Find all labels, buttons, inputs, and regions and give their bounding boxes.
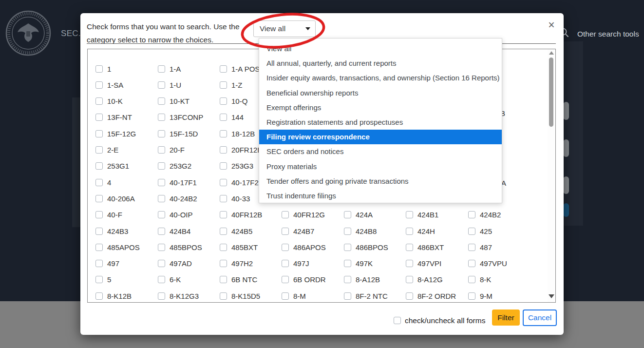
form-checkbox-20FR12B[interactable]: 20FR12B — [220, 146, 262, 154]
form-checkbox-15F-12G[interactable]: 15F-12G — [95, 130, 136, 137]
form-label: 6B NTC — [231, 275, 257, 284]
form-checkbox-8-K12B[interactable]: 8-K12B — [95, 292, 132, 300]
cancel-button[interactable]: Cancel — [523, 309, 557, 326]
category-option-2[interactable]: All annual, quarterly, and current repor… — [259, 56, 502, 71]
form-checkbox-1-A POS[interactable]: 1-A POS — [220, 65, 260, 73]
form-checkbox-40-33[interactable]: 40-33 — [220, 194, 250, 202]
form-checkbox-8-A12B[interactable]: 8-A12B — [344, 276, 380, 284]
form-checkbox-40FR12G[interactable]: 40FR12G — [282, 211, 325, 219]
form-checkbox-485BXT[interactable]: 485BXT — [220, 243, 258, 251]
form-checkbox-1-SA[interactable]: 1-SA — [95, 81, 123, 89]
form-checkbox-485APOS[interactable]: 485APOS — [95, 243, 140, 251]
category-option-4[interactable]: Beneficial ownership reports — [259, 86, 502, 100]
form-label: 487 — [480, 243, 492, 251]
form-checkbox-40-206A[interactable]: 40-206A — [95, 194, 135, 202]
category-option-1[interactable]: View all — [259, 41, 502, 56]
forms-scrollbar[interactable] — [548, 49, 555, 302]
form-checkbox-497AD[interactable]: 497AD — [158, 260, 192, 268]
checkbox-icon — [282, 276, 289, 283]
form-checkbox-424B2[interactable]: 424B2 — [468, 211, 501, 219]
form-checkbox-486APOS[interactable]: 486APOS — [282, 243, 326, 251]
form-checkbox-13FCONP[interactable]: 13FCONP — [158, 114, 203, 121]
form-checkbox-424B8[interactable]: 424B8 — [344, 227, 377, 235]
form-checkbox-424H[interactable]: 424H — [406, 227, 435, 235]
form-checkbox-13F-NT[interactable]: 13F-NT — [95, 114, 132, 121]
scroll-up-button[interactable] — [549, 51, 554, 55]
form-checkbox-425[interactable]: 425 — [468, 227, 492, 235]
other-search-tools-link[interactable]: Other search tools — [577, 30, 639, 39]
form-label: 9-M — [480, 292, 492, 300]
form-checkbox-8-K[interactable]: 8-K — [468, 276, 491, 284]
form-checkbox-1-Z[interactable]: 1-Z — [220, 81, 243, 89]
form-checkbox-424A[interactable]: 424A — [344, 211, 373, 219]
form-checkbox-253G3[interactable]: 253G3 — [220, 162, 253, 170]
form-checkbox-253G2[interactable]: 253G2 — [158, 162, 191, 170]
form-checkbox-40-OIP[interactable]: 40-OIP — [158, 211, 193, 219]
form-checkbox-497J[interactable]: 497J — [282, 260, 309, 268]
form-checkbox-20-F[interactable]: 20-F — [158, 146, 185, 154]
checkbox-icon — [158, 65, 165, 73]
category-option-11[interactable]: Trust indenture filings — [259, 189, 502, 203]
category-option-10[interactable]: Tender offers and going private transact… — [259, 174, 502, 189]
form-label: 497 — [107, 259, 119, 268]
form-checkbox-424B5[interactable]: 424B5 — [220, 227, 252, 235]
form-checkbox-424B3[interactable]: 424B3 — [95, 227, 128, 235]
form-checkbox-487[interactable]: 487 — [468, 243, 492, 251]
form-checkbox-253G1[interactable]: 253G1 — [95, 162, 129, 170]
form-checkbox-10-Q[interactable]: 10-Q — [220, 97, 247, 105]
category-option-5[interactable]: Exempt offerings — [259, 100, 502, 115]
form-checkbox-8-M[interactable]: 8-M — [282, 292, 306, 300]
form-checkbox-6B NTC[interactable]: 6B NTC — [220, 276, 257, 284]
form-checkbox-4[interactable]: 4 — [95, 178, 111, 186]
scroll-down-button[interactable] — [549, 294, 554, 298]
form-checkbox-40-F[interactable]: 40-F — [95, 211, 122, 219]
form-checkbox-485BPOS[interactable]: 485BPOS — [158, 243, 202, 251]
scrollbar-thumb[interactable] — [549, 58, 553, 127]
form-checkbox-497VPU[interactable]: 497VPU — [468, 260, 507, 268]
form-checkbox-486BPOS[interactable]: 486BPOS — [344, 243, 388, 251]
form-label: 8-K15D5 — [231, 292, 260, 300]
category-option-3[interactable]: Insider equity awards, transactions, and… — [259, 71, 502, 85]
form-checkbox-486BXT[interactable]: 486BXT — [406, 243, 444, 251]
form-checkbox-8-K15D5[interactable]: 8-K15D5 — [220, 292, 260, 300]
form-checkbox-497[interactable]: 497 — [95, 260, 119, 268]
checkbox-icon — [220, 81, 227, 89]
form-checkbox-10-K[interactable]: 10-K — [95, 97, 123, 105]
form-checkbox-1-U[interactable]: 1-U — [158, 81, 181, 89]
form-checkbox-424B4[interactable]: 424B4 — [158, 227, 190, 235]
form-checkbox-40-17F1[interactable]: 40-17F1 — [158, 178, 197, 186]
form-checkbox-1[interactable]: 1 — [95, 65, 111, 73]
form-label: 424B3 — [107, 227, 128, 235]
checkbox-icon — [406, 244, 413, 251]
form-checkbox-8-A12G[interactable]: 8-A12G — [406, 276, 443, 284]
form-checkbox-424B1[interactable]: 424B1 — [406, 211, 438, 219]
form-checkbox-15F-15D[interactable]: 15F-15D — [158, 130, 198, 137]
form-checkbox-40FR12B[interactable]: 40FR12B — [220, 211, 262, 219]
category-option-6[interactable]: Registration statements and prospectuses — [259, 115, 502, 130]
form-checkbox-10-KT[interactable]: 10-KT — [158, 97, 189, 105]
category-option-8[interactable]: SEC orders and notices — [259, 144, 502, 159]
form-checkbox-497VPI[interactable]: 497VPI — [406, 260, 441, 268]
form-checkbox-40-17F2[interactable]: 40-17F2 — [220, 178, 259, 186]
form-checkbox-144[interactable]: 144 — [220, 114, 244, 121]
form-checkbox-8F-2 NTC[interactable]: 8F-2 NTC — [344, 292, 388, 300]
form-checkbox-6-K[interactable]: 6-K — [158, 276, 181, 284]
category-option-7[interactable]: Filing review correspondence — [259, 130, 502, 144]
form-checkbox-8F-2 ORDR[interactable]: 8F-2 ORDR — [406, 292, 456, 300]
close-icon[interactable]: × — [546, 19, 557, 31]
category-select[interactable]: View all — [253, 20, 316, 37]
form-checkbox-5[interactable]: 5 — [95, 276, 111, 284]
form-checkbox-497H2[interactable]: 497H2 — [220, 260, 253, 268]
form-checkbox-2-E[interactable]: 2-E — [95, 146, 118, 154]
form-checkbox-424B7[interactable]: 424B7 — [282, 227, 314, 235]
form-checkbox-18-12B[interactable]: 18-12B — [220, 130, 255, 137]
form-checkbox-497K[interactable]: 497K — [344, 260, 373, 268]
form-checkbox-8-K12G3[interactable]: 8-K12G3 — [158, 292, 199, 300]
check-uncheck-all-checkbox[interactable] — [394, 317, 401, 324]
form-checkbox-6B ORDR[interactable]: 6B ORDR — [282, 276, 326, 284]
form-checkbox-1-A[interactable]: 1-A — [158, 65, 181, 73]
form-checkbox-9-M[interactable]: 9-M — [468, 292, 492, 300]
form-checkbox-40-24B2[interactable]: 40-24B2 — [158, 194, 197, 202]
category-option-9[interactable]: Proxy materials — [259, 159, 502, 174]
filter-button[interactable]: Filter — [492, 309, 520, 326]
